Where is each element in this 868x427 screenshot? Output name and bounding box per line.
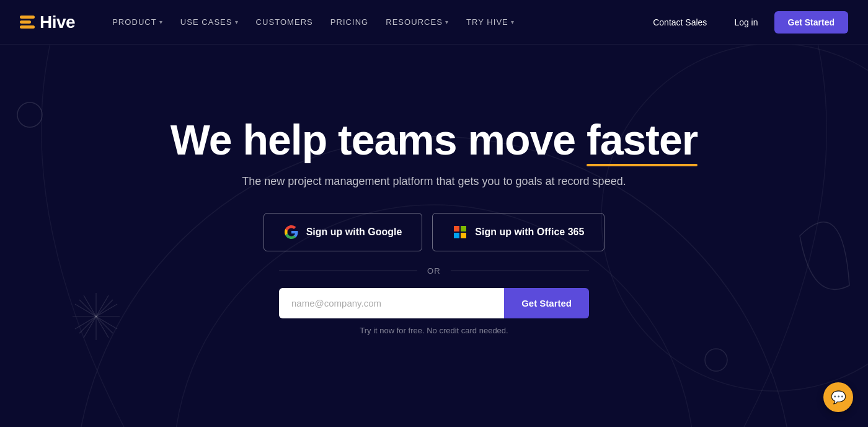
or-text: OR xyxy=(427,266,441,276)
get-started-email-button[interactable]: Get Started xyxy=(504,288,589,318)
chevron-down-icon: ▾ xyxy=(511,19,515,25)
google-icon xyxy=(284,225,299,240)
chevron-down-icon: ▾ xyxy=(159,19,163,25)
hero-title-underlined: faster xyxy=(587,117,698,163)
chat-bubble[interactable]: 💬 xyxy=(823,382,853,412)
svg-rect-15 xyxy=(454,233,459,238)
svg-point-3 xyxy=(17,102,42,127)
contact-sales-button[interactable]: Contact Sales xyxy=(642,12,718,32)
chevron-down-icon: ▾ xyxy=(445,19,449,25)
email-row: Get Started xyxy=(279,288,589,318)
svg-point-4 xyxy=(705,349,727,371)
hero-subtitle: The new project management platform that… xyxy=(242,175,626,188)
nav-item-customers[interactable]: CUSTOMERS xyxy=(249,12,321,32)
logo-text: Hive xyxy=(40,12,75,32)
signup-buttons: Sign up with Google Sign up with Office … xyxy=(264,213,605,251)
svg-rect-16 xyxy=(461,233,466,238)
hero-title: We help teams move faster xyxy=(170,117,698,163)
navbar-right: Contact Sales Log in Get Started xyxy=(642,11,848,34)
logo-icon xyxy=(20,16,35,29)
chat-icon: 💬 xyxy=(831,390,846,405)
or-divider: OR xyxy=(279,266,589,276)
svg-rect-13 xyxy=(454,226,459,231)
hero-section: We help teams move faster The new projec… xyxy=(0,0,868,427)
nav-item-pricing[interactable]: PRICING xyxy=(323,12,376,32)
nav-item-product[interactable]: PRODUCT ▾ xyxy=(105,12,170,32)
logo-bar-3 xyxy=(20,25,35,29)
nav-item-resources[interactable]: RESOURCES ▾ xyxy=(378,12,456,32)
nav-item-try-hive[interactable]: TRY HIVE ▾ xyxy=(459,12,522,32)
email-input[interactable] xyxy=(279,288,504,318)
logo-bar-2 xyxy=(20,20,31,24)
navbar: Hive PRODUCT ▾ USE CASES ▾ CUSTOMERS PRI… xyxy=(0,0,868,45)
office365-signup-button[interactable]: Sign up with Office 365 xyxy=(432,213,604,251)
nav-item-use-cases[interactable]: USE CASES ▾ xyxy=(173,12,246,32)
login-button[interactable]: Log in xyxy=(723,12,769,32)
chevron-down-icon: ▾ xyxy=(235,19,239,25)
get-started-nav-button[interactable]: Get Started xyxy=(774,11,848,34)
office365-icon xyxy=(453,225,467,240)
logo-bar-1 xyxy=(20,16,35,19)
or-line-left xyxy=(279,271,417,271)
google-signup-button[interactable]: Sign up with Google xyxy=(264,213,423,251)
hero-content: We help teams move faster The new projec… xyxy=(170,117,698,336)
or-line-right xyxy=(451,271,589,271)
logo[interactable]: Hive xyxy=(20,12,75,32)
svg-rect-14 xyxy=(461,226,466,231)
nav-links: PRODUCT ▾ USE CASES ▾ CUSTOMERS PRICING … xyxy=(105,12,522,32)
navbar-left: Hive PRODUCT ▾ USE CASES ▾ CUSTOMERS PRI… xyxy=(20,12,522,32)
trial-text: Try it now for free. No credit card need… xyxy=(360,326,508,335)
